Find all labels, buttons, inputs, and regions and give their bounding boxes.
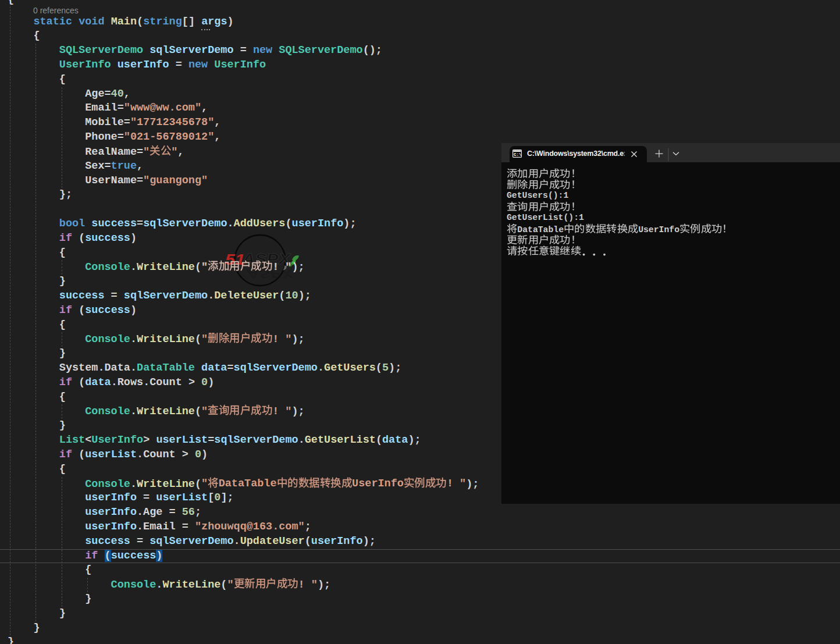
svg-text:C:\: C:\ (514, 152, 522, 157)
